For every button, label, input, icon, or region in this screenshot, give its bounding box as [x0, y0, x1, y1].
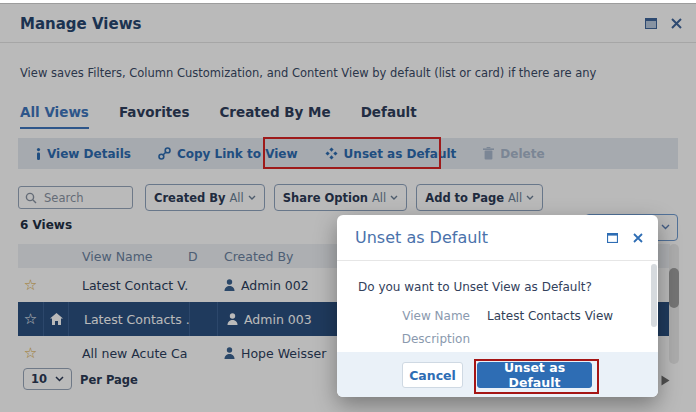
modal-header: Unset as Default	[337, 215, 658, 261]
description-field-value	[470, 332, 487, 346]
confirmation-question: Do you want to Unset View as Default?	[358, 280, 592, 294]
view-name-field-value: Latest Contacts View	[470, 309, 613, 323]
modal-close-icon[interactable]	[631, 231, 644, 244]
modal-maximize-icon[interactable]	[606, 231, 619, 244]
description-field-row: Description	[337, 332, 658, 346]
view-name-field-label: View Name	[337, 309, 470, 323]
unset-default-modal: Unset as Default Do you want to Unset Vi…	[337, 215, 658, 397]
modal-footer: Cancel Unset as Default	[337, 352, 658, 397]
confirm-unset-default-button[interactable]: Unset as Default	[477, 362, 592, 388]
view-name-field-row: View Name Latest Contacts View	[337, 309, 658, 323]
description-field-label: Description	[337, 332, 470, 346]
modal-scrollbar-thumb[interactable]	[651, 264, 657, 327]
modal-title: Unset as Default	[355, 228, 488, 247]
cancel-button[interactable]: Cancel	[402, 362, 463, 388]
